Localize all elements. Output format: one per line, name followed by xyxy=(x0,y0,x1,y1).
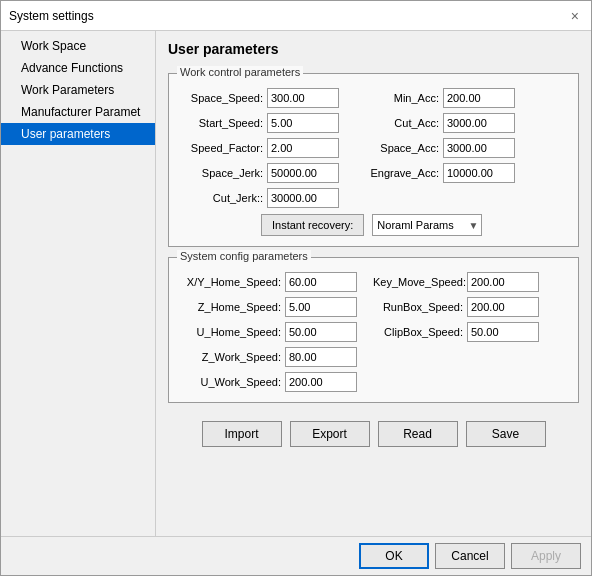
key-move-row: Key_Move_Speed: xyxy=(373,272,539,292)
read-button[interactable]: Read xyxy=(378,421,458,447)
sidebar-item-user-parameters[interactable]: User parameters xyxy=(1,123,155,145)
xy-home-row: X/Y_Home_Speed: xyxy=(181,272,357,292)
cut-acc-input[interactable] xyxy=(443,113,515,133)
min-acc-input[interactable] xyxy=(443,88,515,108)
sidebar: Work Space Advance Functions Work Parame… xyxy=(1,31,156,536)
main-panel: User parameters Work control parameters … xyxy=(156,31,591,536)
system-config-group: System config parameters X/Y_Home_Speed:… xyxy=(168,257,579,403)
sidebar-item-work-space[interactable]: Work Space xyxy=(1,35,155,57)
z-home-label: Z_Home_Speed: xyxy=(181,301,281,313)
u-work-label: U_Work_Speed: xyxy=(181,376,281,388)
u-home-input[interactable] xyxy=(285,322,357,342)
speed-factor-row: Speed_Factor: xyxy=(181,138,339,158)
title-bar: System settings × xyxy=(1,1,591,31)
ok-button[interactable]: OK xyxy=(359,543,429,569)
speed-factor-label: Speed_Factor: xyxy=(181,142,263,154)
start-speed-input[interactable] xyxy=(267,113,339,133)
space-speed-label: Space_Speed: xyxy=(181,92,263,104)
instant-recovery-button[interactable]: Instant recovery: xyxy=(261,214,364,236)
engrave-acc-input[interactable] xyxy=(443,163,515,183)
run-box-input[interactable] xyxy=(467,297,539,317)
cancel-button[interactable]: Cancel xyxy=(435,543,505,569)
xy-home-label: X/Y_Home_Speed: xyxy=(181,276,281,288)
work-control-group: Work control parameters Space_Speed: Sta… xyxy=(168,73,579,247)
cut-jerk-input[interactable] xyxy=(267,188,339,208)
close-button[interactable]: × xyxy=(567,8,583,24)
space-acc-label: Space_Acc: xyxy=(359,142,439,154)
action-buttons: Import Export Read Save xyxy=(168,413,579,451)
content-area: Work Space Advance Functions Work Parame… xyxy=(1,31,591,536)
sidebar-item-work-parameters[interactable]: Work Parameters xyxy=(1,79,155,101)
save-button[interactable]: Save xyxy=(466,421,546,447)
space-jerk-input[interactable] xyxy=(267,163,339,183)
key-move-input[interactable] xyxy=(467,272,539,292)
min-acc-label: Min_Acc: xyxy=(359,92,439,104)
params-dropdown[interactable]: Noraml Params High Speed High Precision xyxy=(372,214,482,236)
z-work-row: Z_Work_Speed: xyxy=(181,347,357,367)
space-acc-row: Space_Acc: xyxy=(359,138,515,158)
export-button[interactable]: Export xyxy=(290,421,370,447)
space-speed-input[interactable] xyxy=(267,88,339,108)
space-jerk-label: Space_Jerk: xyxy=(181,167,263,179)
z-work-input[interactable] xyxy=(285,347,357,367)
window-title: System settings xyxy=(9,9,94,23)
start-speed-label: Start_Speed: xyxy=(181,117,263,129)
u-home-label: U_Home_Speed: xyxy=(181,326,281,338)
u-home-row: U_Home_Speed: xyxy=(181,322,357,342)
engrave-acc-label: Engrave_Acc: xyxy=(359,167,439,179)
system-config-label: System config parameters xyxy=(177,250,311,262)
cut-jerk-label: Cut_Jerk:: xyxy=(181,192,263,204)
run-box-label: RunBox_Speed: xyxy=(373,301,463,313)
u-work-row: U_Work_Speed: xyxy=(181,372,357,392)
dropdown-wrapper: Noraml Params High Speed High Precision … xyxy=(372,214,482,236)
panel-title: User parameters xyxy=(168,41,579,57)
min-acc-row: Min_Acc: xyxy=(359,88,515,108)
run-box-row: RunBox_Speed: xyxy=(373,297,539,317)
speed-factor-input[interactable] xyxy=(267,138,339,158)
space-speed-row: Space_Speed: xyxy=(181,88,339,108)
sidebar-item-advance-functions[interactable]: Advance Functions xyxy=(1,57,155,79)
start-speed-row: Start_Speed: xyxy=(181,113,339,133)
system-settings-window: System settings × Work Space Advance Fun… xyxy=(0,0,592,576)
dialog-footer: OK Cancel Apply xyxy=(1,536,591,575)
engrave-acc-row: Engrave_Acc: xyxy=(359,163,515,183)
sidebar-item-manufacturer-params[interactable]: Manufacturer Paramet xyxy=(1,101,155,123)
key-move-label: Key_Move_Speed: xyxy=(373,276,463,288)
import-button[interactable]: Import xyxy=(202,421,282,447)
clip-box-input[interactable] xyxy=(467,322,539,342)
z-home-row: Z_Home_Speed: xyxy=(181,297,357,317)
clip-box-row: ClipBox_Speed: xyxy=(373,322,539,342)
u-work-input[interactable] xyxy=(285,372,357,392)
z-home-input[interactable] xyxy=(285,297,357,317)
work-control-label: Work control parameters xyxy=(177,66,303,78)
space-jerk-row: Space_Jerk: xyxy=(181,163,339,183)
apply-button[interactable]: Apply xyxy=(511,543,581,569)
cut-jerk-row: Cut_Jerk:: xyxy=(181,188,339,208)
space-acc-input[interactable] xyxy=(443,138,515,158)
instant-recovery-row: Instant recovery: Noraml Params High Spe… xyxy=(181,214,566,236)
xy-home-input[interactable] xyxy=(285,272,357,292)
clip-box-label: ClipBox_Speed: xyxy=(373,326,463,338)
z-work-label: Z_Work_Speed: xyxy=(181,351,281,363)
cut-acc-label: Cut_Acc: xyxy=(359,117,439,129)
cut-acc-row: Cut_Acc: xyxy=(359,113,515,133)
